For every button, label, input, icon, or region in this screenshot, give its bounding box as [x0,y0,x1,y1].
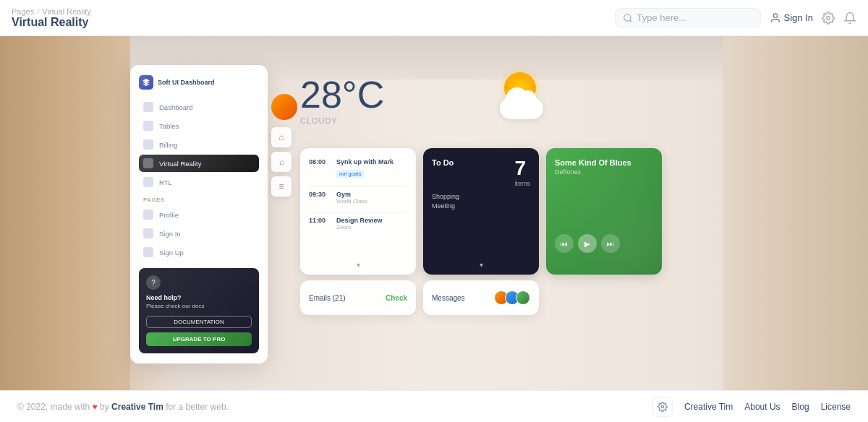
music-prev-button[interactable]: ⏮ [555,234,574,253]
sidebar-item-dashboard[interactable]: Dashboard [139,98,259,116]
mini-nav-menu[interactable]: ≡ [271,176,292,197]
schedule-divider-2 [309,212,407,212]
todo-expand-btn[interactable]: ▾ [480,261,483,269]
help-desc: Please check our docs [146,303,252,310]
svg-point-0 [624,14,630,20]
footer-link-about[interactable]: About Us [744,402,780,412]
signin-icon [143,228,153,238]
messages-avatars [494,290,530,305]
header-right: Sign In [615,8,856,27]
bottom-cards: Emails (21) Check Messages [300,280,539,315]
music-card: Some Kind Of Blues Deftones ⏮ ▶ ⏭ [546,148,662,275]
svg-point-2 [773,14,777,17]
svg-point-3 [827,16,830,20]
music-title: Some Kind Of Blues [555,158,653,167]
play-icon: ▶ [584,240,590,248]
breadcrumb-sep: / [37,7,39,16]
todo-header: To Do 7 items [432,158,530,187]
sidebar-item-profile[interactable]: Profile [139,206,259,223]
todo-items-label: items [514,180,530,187]
upgrade-button[interactable]: UPGRADE TO PRO [146,332,252,346]
footer-link-license[interactable]: License [821,402,851,412]
schedule-title-1: Synk up with Mark [336,158,407,165]
footer-settings-button[interactable] [652,397,673,417]
schedule-subtitle-3: Zoom [336,224,407,231]
footer-heart-icon: ♥ [93,402,100,412]
breadcrumb-pages[interactable]: Pages [12,7,34,16]
settings-icon[interactable] [822,12,835,25]
schedule-details-3: Design Review Zoom [336,217,407,231]
sign-in-button[interactable]: Sign In [770,12,813,24]
music-controls: ⏮ ▶ ⏭ [555,234,620,253]
schedule-item-1: 08:00 Synk up with Mark not goals [309,158,407,178]
weather-icon [485,69,543,119]
schedule-time-2: 09:30 [309,191,331,198]
sidebar-item-signup[interactable]: Sign Up [139,244,259,261]
right-mini-nav: ⌂ ⌕ ≡ [271,94,297,197]
schedule-title-3: Design Review [336,217,407,224]
main-area: Soft UI Dashboard Dashboard Tables Billi… [0,36,868,390]
breadcrumb-current: Virtual Reality [42,7,91,16]
footer-link-blog[interactable]: Blog [792,402,809,412]
documentation-button[interactable]: DOCUMENTATION [146,316,252,328]
music-bg [546,148,662,275]
dashboard-icon [143,102,153,112]
rtl-icon [143,177,153,187]
signup-icon [143,247,153,257]
vr-icon [143,158,153,168]
sidebar-help-box: ? Need help? Please check our docs DOCUM… [139,268,259,353]
sidebar-item-rtl[interactable]: RTL [139,173,259,191]
schedule-badge-1: not goals [336,170,364,178]
music-artist: Deftones [555,168,653,176]
messages-label: Messages [432,294,465,302]
schedule-expand-btn[interactable]: ▾ [357,261,360,269]
email-card: Emails (21) Check [300,280,416,315]
home-icon: ⌂ [278,132,284,142]
svg-line-1 [629,20,631,22]
tables-icon [143,121,153,131]
mini-nav-search[interactable]: ⌕ [271,152,292,172]
footer-link-creative-tim[interactable]: Creative Tim [684,402,733,412]
schedule-subtitle-2: World Class [336,198,407,204]
schedule-details-1: Synk up with Mark not goals [336,158,407,178]
next-icon: ⏭ [607,240,614,248]
room-right-panel [723,36,868,390]
footer-copyright: © 2022, made with ♥ by Creative Tim for … [17,402,229,412]
mini-nav-home[interactable]: ⌂ [271,127,292,147]
email-label: Emails (21) [309,294,346,302]
help-title: Need help? [146,294,252,301]
sidebar-item-vr[interactable]: Virtual Reality [139,155,259,172]
sidebar-item-signin[interactable]: Sign In [139,225,259,242]
schedule-time-3: 11:00 [309,217,331,224]
cards-area: 08:00 Synk up with Mark not goals 09:30 … [300,148,662,275]
footer-links: Creative Tim About Us Blog License [652,397,851,417]
schedule-item-3: 11:00 Design Review Zoom [309,217,407,231]
schedule-title-2: Gym [336,191,407,198]
todo-title: To Do [432,158,454,167]
schedule-divider-1 [309,186,407,186]
schedule-item-2: 09:30 Gym World Class [309,191,407,204]
page-title: Virtual Reality [12,16,91,29]
search-wrapper [615,8,761,27]
search-input[interactable] [637,12,753,23]
settings-icon-footer [658,402,668,412]
weather-temperature: 28°C [300,76,384,113]
sidebar-item-billing[interactable]: Billing [139,136,259,153]
sidebar-item-tables[interactable]: Tables [139,117,259,134]
svg-point-4 [661,405,664,408]
todo-item-1: Shopping [432,193,530,200]
menu-icon: ≡ [278,181,284,191]
header: Pages / Virtual Reality Virtual Reality … [0,0,868,36]
sidebar-logo-icon [139,75,153,90]
email-check-button[interactable]: Check [386,294,407,302]
header-left: Pages / Virtual Reality Virtual Reality [12,7,91,29]
notification-icon[interactable] [843,12,856,25]
music-play-button[interactable]: ▶ [578,234,597,253]
dashboard-sidebar: Soft UI Dashboard Dashboard Tables Billi… [130,65,268,363]
sign-in-label[interactable]: Sign In [784,12,813,23]
cloud-icon [500,98,543,119]
footer: © 2022, made with ♥ by Creative Tim for … [0,390,868,422]
avatar [271,94,297,120]
music-next-button[interactable]: ⏭ [601,234,620,253]
footer-brand[interactable]: Creative Tim [111,402,163,412]
